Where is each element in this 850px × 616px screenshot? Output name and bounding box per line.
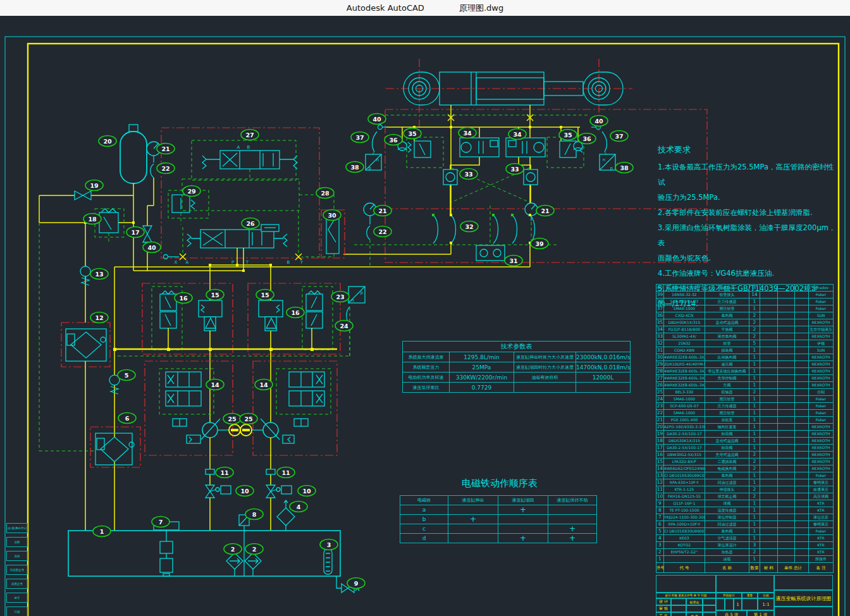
svg-text:37: 37 [615, 133, 623, 140]
solenoid-table-title: 电磁铁动作顺序表 [443, 477, 557, 490]
svg-text:27: 27 [245, 132, 254, 139]
svg-text:36: 36 [389, 137, 398, 144]
svg-text:24: 24 [340, 323, 348, 330]
sheets-total: 共 5 张 [716, 610, 747, 616]
port-label-n: n [603, 157, 605, 163]
svg-text:33: 33 [510, 166, 519, 173]
pump-groups [118, 286, 365, 455]
note-line: 验压力为25.5MPa. [658, 190, 836, 205]
bom-row-1: 1油箱1焊接件 [656, 556, 834, 563]
drawing-canvas[interactable]: 2021222719292818301726401312161515162324… [0, 16, 850, 616]
svg-text:11: 11 [281, 469, 290, 476]
svg-text:5: 5 [125, 372, 129, 379]
port-label-B: B [287, 260, 290, 265]
solenoid-row-b: b [400, 515, 448, 524]
svg-text:18: 18 [88, 216, 97, 223]
bom-row-3: 3KOTO2液位液温计3KTR [656, 542, 834, 549]
bom-row-22: 22SMA6-1000测压软管1Paker [656, 410, 834, 417]
note-line: 1.本设备最高工作压力为25.5MPa，高压管路的密封性试 [658, 159, 836, 190]
solenoid-row-a: a [400, 505, 448, 515]
bom-row-10: 10FKH16-DN125-SS球芯截止阀2高压球阀 [656, 493, 834, 500]
port-label-n: n [352, 298, 354, 303]
svg-text:13: 13 [95, 271, 103, 278]
bom-row-14: 144WE6D62/OFEG24N9K4电磁换向阀2REXROTH [656, 465, 834, 472]
scale-label: 比例 [758, 593, 774, 598]
svg-text:2: 2 [252, 546, 257, 553]
svg-text:16: 16 [179, 295, 188, 302]
svg-text:29: 29 [187, 188, 195, 195]
weight-label: 重量 [742, 593, 758, 598]
bom-row-30: 304WREE32E8-600L-3X/6EG24K31/A1V比例换向阀1RE… [656, 354, 834, 361]
bom-header-row: 序号代 号名 称数量材 料单件 总计备 注 [656, 563, 834, 573]
bom-row-11: 11KTR-1-125伸缩接头2南通液压 [656, 486, 834, 493]
svg-text:9: 9 [354, 580, 359, 587]
bom-row-25: 25BEL3-330联轴器2自制 [656, 389, 834, 396]
svg-text:19: 19 [90, 182, 98, 189]
svg-text:26: 26 [246, 220, 255, 227]
bom-row-29: 29ZDR10DP2-4X/40YM-W80减压阀1REXROTH [656, 361, 834, 368]
bom-row-27: 274WRKE32E8-600L-3X/6EG24/D3先导控制阀1REXROT… [656, 375, 834, 382]
svg-text:15: 15 [261, 292, 269, 299]
solenoid-table: 电磁铁液压缸伸出液压缸缩回液压缸保持不动a+b+c+d++ [400, 495, 597, 543]
tech-params-table: 技术参数表 系统最大供液流量1295.8L/min液压缸伸出时推力大小及速度23… [402, 341, 631, 393]
revision-header: 标记 处数 更改文件号 签 字 日期 [656, 593, 716, 598]
bom-row-36: 36CXID-XCN单向阀2SUN [656, 312, 834, 319]
port-label-P: P [231, 260, 234, 265]
svg-text:37: 37 [355, 134, 364, 141]
svg-text:23: 23 [336, 293, 344, 300]
port-label-T: T [245, 260, 249, 265]
svg-text:22: 22 [161, 165, 169, 172]
scale-value: 1:1 [758, 598, 774, 610]
document-name[interactable]: 原理图.dwg [459, 3, 503, 14]
bom-row-21: 21PGE.1001.400齿轮泵1Paker [656, 417, 834, 424]
bom-row-34: 34FD32F-B11B/B00平衡阀2北京华德液压 [656, 326, 834, 333]
svg-text:36: 36 [582, 135, 591, 142]
bom-row-15: 15LFA32D-BX/F二通插装阀2REXROTH [656, 459, 834, 465]
accumulator-and-left-valves [39, 125, 161, 451]
note-line: 3.采用漂白焦油环氧树脂涂装，油漆干膜厚度200μm，表 [658, 220, 836, 250]
drawing-title: 液压变幅系统设计原理图 [774, 590, 833, 607]
sign-check: 审 核 [656, 605, 671, 612]
bom-row-8: 8TE PT-100-1500温度传感器1KTR [656, 507, 834, 514]
svg-text:7: 7 [159, 519, 163, 526]
svg-text:25: 25 [244, 416, 252, 422]
svg-text:30: 30 [328, 212, 336, 219]
bom-row-19: 19DA30-2-5X/100-17卸荷阀1REXROTH [656, 431, 834, 438]
bom-row-39: 3916N56-32-32软管接头14Paker [656, 292, 834, 299]
bom-row-2: 2EHPTA/T2-G2"加热器2KTR [656, 549, 834, 556]
bom-row-6: 6RFA-100D×10F-Y回油过滤器1黎明液压 [656, 521, 834, 528]
tech-table-title: 技术参数表 [403, 342, 631, 352]
cylinder-manifold [343, 105, 707, 267]
svg-text:28: 28 [321, 190, 330, 197]
margin-cell: 描图 [6, 537, 28, 547]
bom-row-28: 284WRKE32E8-600L-3X/6EG24EK31/A1D3带位置反馈比… [656, 368, 834, 375]
svg-text:31: 31 [509, 257, 517, 264]
svg-text:2: 2 [231, 546, 235, 553]
note-line: 面颜色为驼灰色. [658, 250, 836, 266]
svg-text:33: 33 [464, 171, 472, 178]
note-line: 2.各零部件在安装前应在螺钉处涂上锂基润滑脂. [658, 205, 836, 220]
sign-standard: 标准化 [686, 598, 703, 605]
port-label-X: X [175, 260, 178, 265]
svg-text:3: 3 [327, 541, 331, 548]
bom-row-5: 5CI DB101EB30U9900单向阀1Paker [656, 528, 834, 535]
margin-cell: 日期 [6, 607, 28, 616]
bom-row-7: 7YKJD24-1500-300-300液位控制器1液位仪表 [656, 514, 834, 521]
bom-row-31: 31COAD-XBN插装阀1SUN [656, 347, 834, 354]
port-label-p: p [360, 290, 364, 295]
svg-text:10: 10 [240, 488, 249, 495]
bom-row-40: 40GSH61/4/WD测压接头3Spradov [656, 285, 834, 292]
bom-row-32: 322SN32软管5伊顿 [656, 340, 834, 347]
notes-title: 技术要求 [658, 144, 836, 156]
bom-row-20: 20A2FO-160/9330-3-330-M3A/6轴向柱塞泵1REXROTH [656, 424, 834, 431]
bom-row-37: 37SMA6-1000测压软管1Paker [656, 305, 834, 312]
bom-row-23: 23SCP-600-D5-07压力传感器1Paker [656, 403, 834, 410]
stage-mark-value: 1 [734, 598, 742, 610]
svg-text:34: 34 [463, 130, 472, 137]
port-label-A: A [237, 145, 240, 150]
svg-text:14: 14 [211, 381, 219, 388]
svg-text:21: 21 [378, 207, 386, 214]
sign-process: 工 艺 [656, 612, 671, 616]
margin-cell: 旧底图总号 [6, 565, 28, 575]
margin-cell: 底图总号 [6, 579, 28, 589]
